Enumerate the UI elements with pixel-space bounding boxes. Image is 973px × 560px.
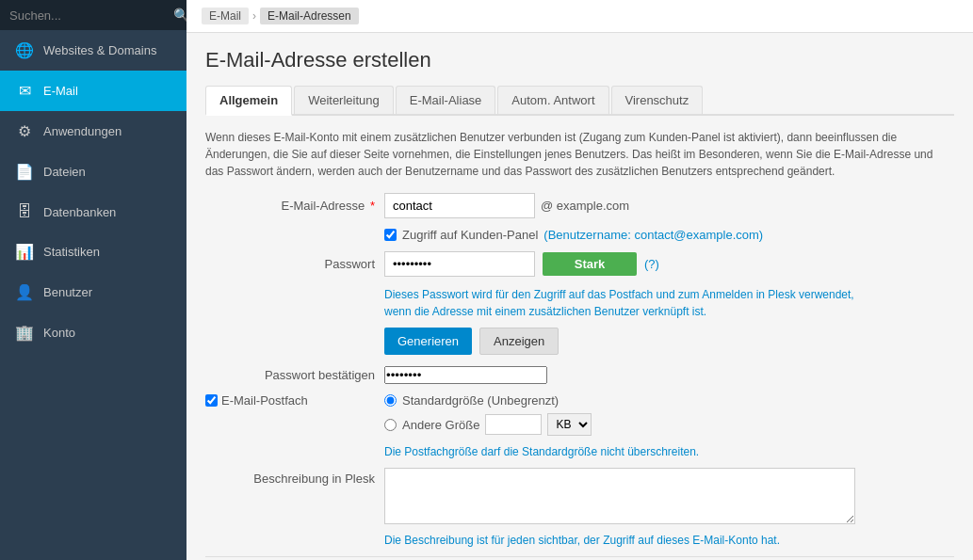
standard-size-radio[interactable] <box>384 394 397 407</box>
sidebar-item-email[interactable]: ✉ E-Mail <box>0 71 186 111</box>
kunden-panel-checkbox[interactable] <box>384 229 397 241</box>
sidebar-item-anwendungen[interactable]: ⚙ Anwendungen <box>0 111 186 152</box>
show-button[interactable]: Anzeigen <box>479 328 559 355</box>
sidebar-item-konto[interactable]: 🏢 Konto <box>0 312 186 353</box>
confirm-label: Passwort bestätigen <box>205 368 375 382</box>
email-icon: ✉ <box>15 82 34 100</box>
tab-virenschutz[interactable]: Virenschutz <box>611 86 704 114</box>
mailbox-row: E-Mail-Postfach Standardgröße (Unbegrenz… <box>205 393 954 436</box>
sidebar-item-label: Benutzer <box>43 285 92 299</box>
kunden-panel-detail[interactable]: (Benutzername: contact@example.com) <box>543 228 763 242</box>
generate-button[interactable]: Generieren <box>384 328 472 355</box>
mailbox-size-group: Standardgröße (Unbegrenzt) Andere Größe … <box>384 393 592 436</box>
sidebar-item-label: Dateien <box>43 165 86 179</box>
page-title: E-Mail-Adresse erstellen <box>205 48 954 72</box>
kunden-panel-checkbox-row: Zugriff auf Kunden-Panel (Benutzername: … <box>205 228 954 242</box>
mailbox-label: E-Mail-Postfach <box>221 393 308 408</box>
chart-icon: 📊 <box>15 243 34 261</box>
confirm-password-row: Passwort bestätigen <box>205 366 954 384</box>
generate-show-buttons: Generieren Anzeigen <box>205 328 954 355</box>
email-input[interactable] <box>384 193 535 218</box>
content-area: E-Mail-Adresse erstellen Allgemein Weite… <box>186 33 973 560</box>
strength-indicator: Stark <box>543 252 637 276</box>
other-size-option: Andere Größe KB <box>384 413 592 436</box>
password-row: Passwort Stark (?) <box>205 251 954 277</box>
breadcrumb-email-adressen[interactable]: E-Mail-Adressen <box>260 8 359 24</box>
user-icon: 👤 <box>15 283 34 301</box>
password-label: Passwort <box>205 257 375 271</box>
search-input[interactable] <box>9 8 168 23</box>
file-icon: 📄 <box>15 163 34 181</box>
breadcrumb: E-Mail › E-Mail-Adressen <box>186 0 973 33</box>
password-input[interactable] <box>384 251 535 277</box>
sidebar-item-statistiken[interactable]: 📊 Statistiken <box>0 232 186 272</box>
email-field-group: @ example.com <box>384 193 629 218</box>
sidebar-item-label: Konto <box>43 326 75 340</box>
standard-size-option: Standardgröße (Unbegrenzt) <box>384 393 592 408</box>
other-size-radio[interactable] <box>384 419 397 431</box>
desc-hint: Die Beschreibung ist für jeden sichtbar,… <box>205 534 954 547</box>
sidebar-item-dateien[interactable]: 📄 Dateien <box>0 152 186 192</box>
sidebar-item-label: E-Mail <box>43 84 78 98</box>
standard-size-label: Standardgröße (Unbegrenzt) <box>402 393 559 408</box>
globe-icon: 🌐 <box>15 41 34 59</box>
gear-icon: ⚙ <box>15 122 34 140</box>
tab-bar: Allgemein Weiterleitung E-Mail-Aliase Au… <box>205 86 954 116</box>
sidebar-item-label: Websites & Domains <box>43 43 156 57</box>
sidebar: 🔍 🌐 Websites & Domains ✉ E-Mail ⚙ Anwend… <box>0 0 186 560</box>
email-field-row: E-Mail-Adresse * @ example.com <box>205 193 954 218</box>
tab-allgemein[interactable]: Allgemein <box>205 86 292 116</box>
description-textarea[interactable] <box>384 468 855 524</box>
size-input[interactable] <box>485 414 542 435</box>
sidebar-item-label: Statistiken <box>43 245 100 259</box>
description-row: Beschreibung in Plesk <box>205 468 954 524</box>
help-link[interactable]: (?) <box>644 257 659 271</box>
size-unit-select[interactable]: KB <box>547 413 592 436</box>
password-hint: Dieses Passwort wird für den Zugriff auf… <box>205 286 865 320</box>
search-box[interactable]: 🔍 <box>0 0 186 30</box>
tab-email-aliase[interactable]: E-Mail-Aliase <box>396 86 496 114</box>
kunden-panel-label: Zugriff auf Kunden-Panel <box>402 228 538 242</box>
mailbox-label-group: E-Mail-Postfach <box>205 393 375 408</box>
password-group: Stark (?) <box>384 251 659 277</box>
email-label: E-Mail-Adresse * <box>205 199 375 213</box>
sidebar-item-label: Anwendungen <box>43 124 122 138</box>
mailbox-hint: Die Postfachgröße darf die Standardgröße… <box>205 445 954 458</box>
breadcrumb-separator: › <box>252 9 256 23</box>
sidebar-item-benutzer[interactable]: 👤 Benutzer <box>0 272 186 312</box>
desc-label: Beschreibung in Plesk <box>205 468 375 486</box>
sidebar-item-datenbanken[interactable]: 🗄 Datenbanken <box>0 192 186 232</box>
required-note: * Erforderliche Felder <box>205 556 954 560</box>
building-icon: 🏢 <box>15 324 34 342</box>
mailbox-checkbox[interactable] <box>205 394 218 407</box>
other-size-label: Andere Größe <box>402 418 479 432</box>
sidebar-item-label: Datenbanken <box>43 205 116 219</box>
sidebar-item-websites-domains[interactable]: 🌐 Websites & Domains <box>0 30 186 71</box>
tab-autom-antwort[interactable]: Autom. Antwort <box>497 86 608 114</box>
database-icon: 🗄 <box>15 203 34 220</box>
tab-weiterleitung[interactable]: Weiterleitung <box>294 86 394 114</box>
email-domain: @ example.com <box>541 199 629 213</box>
confirm-password-input[interactable] <box>384 366 547 384</box>
main-content: E-Mail › E-Mail-Adressen E-Mail-Adresse … <box>186 0 973 560</box>
breadcrumb-email[interactable]: E-Mail <box>202 8 249 24</box>
info-text: Wenn dieses E-Mail-Konto mit einem zusät… <box>205 129 954 180</box>
